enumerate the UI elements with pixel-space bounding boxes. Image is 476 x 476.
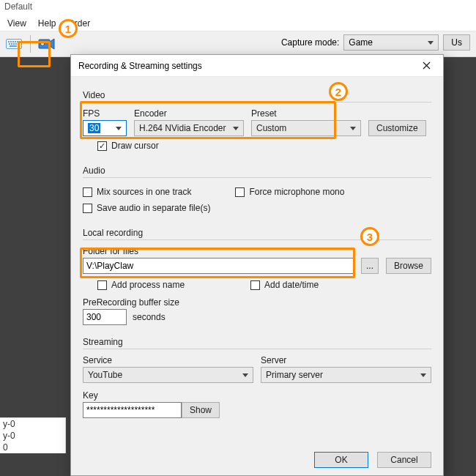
svg-rect-9 (15, 43, 17, 45)
preset-value: Custom (256, 123, 286, 133)
ok-button[interactable]: OK (314, 452, 368, 468)
menu-bar: View Help Order (0, 16, 476, 31)
force-mono-checkbox[interactable] (235, 187, 245, 197)
draw-cursor-checkbox[interactable]: ✓ (97, 141, 107, 151)
keyboard-icon[interactable] (3, 34, 25, 54)
menu-view[interactable]: View (7, 18, 26, 29)
draw-cursor-label: Draw cursor (111, 141, 159, 151)
svg-rect-7 (11, 43, 12, 45)
browse-button[interactable]: Browse (386, 258, 431, 274)
list-item[interactable]: y-0 (0, 418, 65, 430)
fps-value: 30 (88, 123, 100, 133)
preset-label: Preset (251, 108, 361, 119)
list-item[interactable]: y-0 (0, 430, 65, 442)
svg-rect-6 (9, 43, 10, 45)
service-value: YouTube (88, 370, 122, 380)
folder-label: Folder for files (83, 246, 138, 256)
service-label: Service (83, 355, 253, 365)
dialog-titlebar: Recording & Streaming settings (71, 55, 443, 77)
encoder-label: Encoder (134, 108, 244, 119)
mix-label: Mix sources in one track (97, 187, 191, 197)
svg-rect-2 (10, 41, 12, 42)
save-separate-checkbox[interactable] (83, 204, 92, 213)
divider (83, 177, 431, 178)
capture-mode-value: Game (349, 37, 373, 48)
camera-icon[interactable] (36, 34, 58, 54)
svg-rect-3 (12, 41, 14, 42)
mix-checkbox[interactable] (83, 187, 92, 197)
key-label: Key (83, 390, 431, 401)
seconds-label: seconds (133, 312, 166, 322)
key-input[interactable] (83, 402, 182, 418)
prerec-label: PreRecording buffer size (83, 297, 431, 308)
svg-point-13 (41, 42, 45, 46)
server-value: Primary server (266, 370, 323, 380)
close-icon[interactable] (417, 59, 436, 73)
fps-select[interactable]: 30 (83, 120, 127, 136)
folder-input[interactable] (83, 258, 354, 274)
side-list: y-0 y-0 0 (0, 417, 66, 453)
save-separate-label: Save audio in separate file(s) (97, 203, 210, 213)
add-date-label: Add date/time (264, 280, 319, 290)
service-select[interactable]: YouTube (83, 367, 253, 383)
local-section-label: Local recording (83, 228, 431, 238)
us-button[interactable]: Us (443, 34, 470, 51)
server-label: Server (261, 355, 431, 365)
browse-ellipsis-button[interactable]: ... (361, 258, 379, 274)
window-title: Default (0, 0, 476, 16)
list-item[interactable]: 0 (0, 442, 65, 453)
menu-help[interactable]: Help (38, 18, 56, 29)
customize-button[interactable]: Customize (368, 120, 426, 136)
capture-mode-label: Capture mode: (281, 37, 339, 48)
video-section-label: Video (83, 90, 431, 100)
toolbar-divider (30, 35, 31, 53)
divider (83, 349, 431, 349)
preset-select[interactable]: Custom (251, 120, 361, 136)
audio-section-label: Audio (83, 166, 431, 176)
recording-settings-dialog: Recording & Streaming settings Video FPS… (70, 54, 444, 476)
svg-rect-10 (10, 45, 17, 47)
capture-mode-select[interactable]: Game (343, 34, 439, 51)
divider (83, 102, 431, 103)
encoder-value: H.264 NVidia Encoder (139, 123, 226, 133)
toolbar: Capture mode: Game Us (0, 31, 476, 57)
dialog-title: Recording & Streaming settings (78, 61, 202, 71)
svg-rect-5 (17, 41, 18, 42)
svg-rect-4 (15, 41, 16, 42)
add-date-checkbox[interactable] (250, 280, 260, 290)
server-select[interactable]: Primary server (261, 367, 431, 383)
svg-rect-8 (13, 43, 15, 45)
divider (83, 239, 431, 240)
svg-rect-1 (8, 41, 10, 42)
cancel-button[interactable]: Cancel (377, 452, 431, 468)
add-process-checkbox[interactable] (97, 280, 107, 290)
force-mono-label: Force microphone mono (249, 187, 344, 197)
stream-section-label: Streaming (83, 337, 431, 347)
add-process-label: Add process name (111, 280, 185, 290)
fps-label: FPS (83, 108, 127, 119)
encoder-select[interactable]: H.264 NVidia Encoder (134, 120, 244, 136)
prerec-input[interactable] (83, 309, 127, 325)
menu-order[interactable]: Order (67, 18, 90, 29)
show-button[interactable]: Show (182, 402, 220, 418)
svg-marker-12 (50, 39, 54, 49)
